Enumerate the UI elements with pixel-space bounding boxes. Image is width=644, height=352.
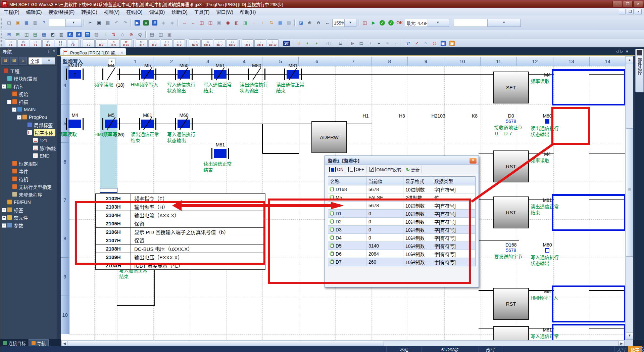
watch-header-显示格式[interactable]: 显示格式 <box>403 177 432 185</box>
watch-row-D6[interactable]: D6208410进制数字[有符号] <box>328 250 475 258</box>
toolbar-icon[interactable]: ▦ <box>285 19 293 27</box>
tree-expander-icon[interactable]: - <box>7 100 11 104</box>
tree-expander-icon[interactable]: + <box>2 223 6 228</box>
toolbar-icon[interactable]: ◫ <box>361 19 369 27</box>
toolbar-icon[interactable]: ◇ <box>118 31 127 39</box>
tree-item-扫描[interactable]: -扫描 <box>1 98 56 105</box>
toolbar-icon[interactable]: Q <box>136 31 144 39</box>
toolbar-icon[interactable]: ▦ <box>40 31 48 39</box>
ladder-symbol-button-cF9[interactable]: ✕cF9 <box>108 39 119 47</box>
close-icon[interactable]: ✕ <box>469 158 477 164</box>
watch-button-更新[interactable]: ↻更新 <box>404 166 422 173</box>
ladder-symbol-button-F9[interactable]: ─F9 <box>83 39 95 47</box>
ladder-symbol-button-saF6[interactable]: ⊣↓saF6 <box>201 39 213 47</box>
ladder-symbol-button-sF9[interactable]: │sF9 <box>95 39 107 47</box>
ladder-symbol-button-F6[interactable]: ⊣ ⊢F6 <box>30 39 42 47</box>
edit-cursor-cell[interactable] <box>100 188 117 193</box>
menu-item[interactable]: 视图(V) <box>101 8 123 16</box>
minimize-button[interactable]: – <box>612 1 622 7</box>
toolbar-icon[interactable]: ⇅ <box>267 19 276 27</box>
menu-item[interactable]: 工具(T) <box>191 8 213 16</box>
gear-icon[interactable]: ☼ <box>19 57 27 65</box>
instruction-box-SET[interactable]: SET <box>493 72 529 103</box>
watch-header-数据类型[interactable]: 数据类型 <box>432 177 475 185</box>
toolbar-icon[interactable]: ◫ <box>157 31 165 39</box>
toolbar-icon[interactable]: ✓ <box>378 19 386 27</box>
toolbar-combobox[interactable]: ▼ <box>454 19 521 27</box>
menu-item[interactable]: 编辑(E) <box>23 8 45 16</box>
toolbar-icon[interactable]: ▶ <box>349 39 357 47</box>
tree-item-MAIN[interactable]: -MAIN <box>1 105 56 113</box>
tree-item-软元件[interactable]: +软元件 <box>1 214 56 221</box>
toolbar-icon[interactable]: ? <box>40 19 48 27</box>
ladder-contact-M4[interactable] <box>66 118 84 130</box>
scroll-up-icon[interactable]: ▲ <box>626 57 633 64</box>
ladder-symbol-button-cF10[interactable]: ✕cF10 <box>120 39 132 47</box>
toolbar-icon[interactable]: ⊕ <box>306 19 314 27</box>
toolbar-icon[interactable]: # <box>151 19 159 27</box>
tree-item-程序本体[interactable]: 程序本体 <box>1 129 56 136</box>
tree-item-标签[interactable]: +标签 <box>1 206 56 214</box>
ladder-contact-M4[interactable] <box>102 69 120 80</box>
watch-row-D7[interactable]: D726010进制数字[有符号] <box>328 258 475 266</box>
toolbar-icon[interactable]: ◎ <box>431 39 439 47</box>
toolbar-icon[interactable]: ≡ <box>142 19 150 27</box>
toolbar-icon[interactable]: ◫ <box>198 19 206 27</box>
vertical-scrollbar[interactable]: ▲ ▼ <box>625 56 633 340</box>
ladder-contact-M61[interactable] <box>211 69 229 80</box>
toolbar-icon[interactable]: ▶ <box>369 19 378 27</box>
resize-grip[interactable] <box>639 347 644 352</box>
toolbar-icon[interactable]: ▣ <box>14 19 22 27</box>
watch-row-D0[interactable]: D0567810进制数字[有符号] <box>328 202 475 210</box>
toolbar-icon[interactable]: ▦ <box>276 19 284 27</box>
toolbar-icon[interactable]: ↓ <box>250 19 258 27</box>
watch-button-ON[interactable]: ON <box>327 166 346 173</box>
toolbar-icon[interactable]: ◧ <box>233 19 241 27</box>
chevron-down-icon[interactable]: ▼ <box>427 19 449 27</box>
tree-item-脉冲输出[interactable]: 脉冲输出 <box>1 144 56 152</box>
tab-close-icon[interactable]: × <box>121 50 123 55</box>
ladder-symbol-button-aF5[interactable]: ↑aF5 <box>242 39 254 47</box>
toolbar-icon[interactable]: ▥ <box>31 19 39 27</box>
toolbar-icon[interactable]: ✓ <box>387 19 395 27</box>
toolbar-icon[interactable]: ◈ <box>168 19 176 27</box>
toolbar-icon[interactable]: ◫ <box>22 31 31 39</box>
toolbar-icon[interactable]: ▦ <box>22 19 31 27</box>
tree-item-事件[interactable]: 事件 <box>1 167 56 175</box>
toolbar-icon[interactable]: ← <box>392 39 400 47</box>
ladder-contact-M60[interactable] <box>175 69 193 80</box>
toolbar-icon[interactable]: ↶ <box>112 19 120 27</box>
toolbar-icon[interactable]: ◐ <box>304 39 312 47</box>
ladder-contact-M80[interactable] <box>248 69 265 80</box>
tab-scroll-buttons[interactable]: ◁▷▼ <box>615 49 631 54</box>
toolbar-icon[interactable]: ↑ <box>259 19 267 27</box>
operand-label-H1[interactable]: H1 <box>347 113 384 119</box>
tree-item-未登录程序[interactable]: 未登录程序 <box>1 190 56 198</box>
menu-item[interactable]: 帮助(H) <box>237 8 259 16</box>
toolbar-icon[interactable]: ⇅ <box>110 31 118 39</box>
mdi-button[interactable]: × <box>635 9 642 14</box>
ladder-symbol-button-sF6[interactable]: ⊣/⊢sF6 <box>42 39 54 47</box>
toolbar-icon[interactable]: ◫ <box>206 19 214 27</box>
tree-item-恒定周期[interactable]: 恒定周期 <box>1 160 56 167</box>
operand-label-D168[interactable]: D168 <box>493 242 529 248</box>
ladder-symbol-button-caF10[interactable]: ∕caF10 <box>267 39 279 47</box>
ladder-contact-M81[interactable] <box>139 118 156 130</box>
toolbar-icon[interactable]: I <box>101 31 109 39</box>
watch-row-M5[interactable]: M5FALSE2进制数位 <box>328 193 475 202</box>
ladder-symbol-button-caF5[interactable]: ↓caF5 <box>254 39 266 47</box>
tree-expander-icon[interactable]: + <box>2 216 6 220</box>
menu-item[interactable]: 调试(B) <box>146 8 168 16</box>
menu-item[interactable]: 在线(O) <box>123 8 146 16</box>
chevron-down-icon[interactable]: ▼ <box>65 19 82 27</box>
instruction-box-RST[interactable]: RST <box>493 288 529 320</box>
toolbar-combobox[interactable]: 155%▼ <box>332 19 356 27</box>
toolbar-icon[interactable]: B <box>75 31 83 39</box>
tree-collapse-icon[interactable]: ⊟ <box>1 57 9 65</box>
watch-row-D3[interactable]: D3010进制数字[有符号] <box>328 226 475 234</box>
tree-item-121[interactable]: 121 <box>1 136 56 144</box>
watch-row-D168[interactable]: D168567810进制数字[有符号] <box>328 185 475 193</box>
ladder-symbol-button-F8[interactable]: [ ]F8 <box>67 39 79 47</box>
tree-item-工程[interactable]: 工程 <box>1 67 56 75</box>
horizontal-scroll-thumb[interactable] <box>68 341 384 346</box>
